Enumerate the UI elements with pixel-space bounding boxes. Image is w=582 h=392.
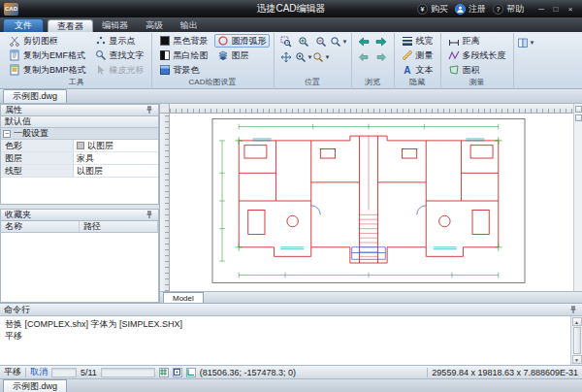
property-row[interactable]: 色彩 以图层 xyxy=(1,140,158,152)
find-text-button[interactable]: 查找文字 xyxy=(92,49,147,62)
area-icon xyxy=(448,64,460,76)
color-swatch[interactable] xyxy=(77,142,84,149)
window-controls: ─ □ × xyxy=(534,3,577,15)
status-bar: 平移 取消 5/11 (81506.36; -157478.3; 0) 2955… xyxy=(0,365,582,378)
zoom-extents-dropdown[interactable]: ▼ xyxy=(296,49,312,64)
tab-output[interactable]: 输出 xyxy=(172,19,207,32)
command-scrollbar[interactable]: ▲ ▼ xyxy=(570,316,582,365)
favorites-column-headers: 名称 路径 xyxy=(0,221,159,233)
pin-icon[interactable] xyxy=(569,306,578,314)
background-color-button[interactable]: 背景色 xyxy=(156,63,211,77)
distance-button[interactable]: 距离 xyxy=(445,34,509,48)
command-history[interactable]: 替换 [COMPLEX.shx] 字体为 [SIMPLEX.SHX] 平移 ▲ … xyxy=(0,316,582,365)
scroll-up-icon[interactable]: ▲ xyxy=(572,317,582,326)
browse-back-button[interactable] xyxy=(356,34,372,49)
group-browse: 浏览 xyxy=(352,33,395,87)
grid-toggle-icon[interactable] xyxy=(159,368,169,377)
polyline-length-button[interactable]: 多段线长度 xyxy=(445,49,509,62)
drawing-canvas[interactable] xyxy=(160,104,582,291)
black-background-button[interactable]: 黑色背景 xyxy=(156,34,211,48)
model-tab[interactable]: Model xyxy=(163,292,204,303)
zoom-window-button[interactable] xyxy=(278,34,295,49)
svg-text:A: A xyxy=(404,65,410,76)
favorites-col-path[interactable]: 路径 xyxy=(80,221,158,232)
clip-frame-button[interactable]: 剪切图框 xyxy=(6,34,89,48)
view-forward-button[interactable] xyxy=(373,49,390,64)
bottom-document-tab[interactable]: 示例图.dwg xyxy=(3,379,67,392)
titlebar-actions: ¥ 购买 注册 ? 帮助 ─ □ × xyxy=(417,3,582,16)
pan-icon xyxy=(280,51,292,63)
snap-toggle-icon[interactable] xyxy=(173,368,182,377)
tab-viewer[interactable]: 查看器 xyxy=(48,19,93,32)
doors-balcony xyxy=(311,206,426,259)
group-label-browse: 浏览 xyxy=(352,78,394,87)
zoom-in-button[interactable] xyxy=(296,34,312,49)
show-points-button[interactable]: 显示点 xyxy=(92,34,147,48)
properties-section[interactable]: − 一般设置 xyxy=(1,128,158,140)
smooth-arc-toggle[interactable]: 圆滑弧形 xyxy=(214,34,270,48)
cancel-button[interactable]: 取消 xyxy=(30,366,48,378)
command-panel: 命令行 替换 [COMPLEX.shx] 字体为 [SIMPLEX.SHX] 平… xyxy=(0,303,582,365)
collapse-icon[interactable]: − xyxy=(3,130,11,138)
group-hide: 线宽 测量 A 文本 隐藏 xyxy=(395,33,441,87)
copy-emf-button[interactable]: 复制为EMF格式 xyxy=(6,49,89,62)
drawing-extents: 29559.84 x 19818.63 x 7.888609E-31 xyxy=(432,368,578,377)
favorites-panel: 收藏夹 名称 路径 xyxy=(0,209,159,303)
layers-button[interactable]: 图层 xyxy=(214,49,270,62)
book-icon xyxy=(517,37,529,49)
app-window: CAD 迅捷CAD编辑器 ¥ 购买 注册 ? 帮助 ─ □ × xyxy=(0,0,582,392)
maximize-button[interactable]: □ xyxy=(549,3,563,15)
register-button[interactable]: 注册 xyxy=(455,3,486,16)
layers-icon xyxy=(217,49,229,61)
area-button[interactable]: 面积 xyxy=(445,63,509,77)
scroll-thumb[interactable] xyxy=(573,327,581,354)
zoom-out-button[interactable] xyxy=(313,34,330,49)
close-button[interactable]: × xyxy=(564,3,577,15)
pin-icon[interactable] xyxy=(146,211,154,219)
zoom-scale-dropdown[interactable]: ▼ xyxy=(331,34,347,49)
pin-icon[interactable] xyxy=(146,106,154,114)
status-field xyxy=(101,368,155,377)
tab-editor[interactable]: 编辑器 xyxy=(93,19,137,32)
tab-advanced[interactable]: 高级 xyxy=(137,19,172,32)
zoom-previous-dropdown[interactable]: ▼ xyxy=(313,49,330,64)
buy-button[interactable]: ¥ 购买 xyxy=(417,3,448,16)
cad-floorplan-drawing[interactable] xyxy=(209,117,529,284)
model-tab-bar: Model xyxy=(160,291,582,303)
drawing-book-dropdown[interactable]: ▼ xyxy=(518,35,534,49)
linewidth-toggle[interactable]: 线宽 xyxy=(399,34,436,48)
measurements-toggle[interactable]: 测量 xyxy=(399,49,436,62)
bw-drawing-button[interactable]: 黑白绘图 xyxy=(156,49,211,62)
status-mode: 平移 xyxy=(4,366,21,378)
titlebar: CAD 迅捷CAD编辑器 ¥ 购买 注册 ? 帮助 ─ □ × xyxy=(0,0,582,17)
view-back-button[interactable] xyxy=(356,49,372,64)
copy-bmp-button[interactable]: 复制为BMP格式 xyxy=(6,63,89,77)
group-cad-settings: 黑色背景 黑白绘图 背景色 圆滑弧形 图层 xyxy=(152,33,275,87)
browse-forward-button[interactable] xyxy=(373,34,390,49)
vertical-ruler xyxy=(160,114,170,291)
background-color-icon xyxy=(159,64,171,76)
text-toggle[interactable]: A 文本 xyxy=(399,63,436,77)
group-measure: 距离 多段线长度 面积 测量 xyxy=(441,33,514,87)
document-tab-bar: 示例图.dwg xyxy=(0,89,582,104)
tab-file[interactable]: 文件 xyxy=(3,18,44,32)
ortho-toggle-icon[interactable] xyxy=(186,368,196,377)
favorites-col-name[interactable]: 名称 xyxy=(1,221,80,232)
pan-button[interactable] xyxy=(278,49,295,64)
scroll-down-icon[interactable]: ▼ xyxy=(572,355,582,364)
eraser-cursor-button[interactable]: 橡皮光标 xyxy=(92,63,147,77)
status-field xyxy=(51,368,77,377)
yen-icon: ¥ xyxy=(417,4,428,15)
zoom-scale-icon xyxy=(330,36,341,48)
panel-toggle-icon[interactable] xyxy=(575,106,582,113)
help-button[interactable]: ? 帮助 xyxy=(493,3,524,16)
panel-toggle-icon[interactable] xyxy=(575,114,582,121)
property-row[interactable]: 图层 家具 xyxy=(1,152,158,165)
find-text-icon xyxy=(95,49,107,61)
document-tab[interactable]: 示例图.dwg xyxy=(3,89,67,103)
property-row[interactable]: 线型 以图层 xyxy=(1,165,158,178)
zoom-previous-icon xyxy=(312,51,324,63)
minimize-button[interactable]: ─ xyxy=(534,3,548,15)
favorites-list[interactable] xyxy=(0,233,159,303)
command-line-1: 替换 [COMPLEX.shx] 字体为 [SIMPLEX.SHX] xyxy=(5,318,566,330)
